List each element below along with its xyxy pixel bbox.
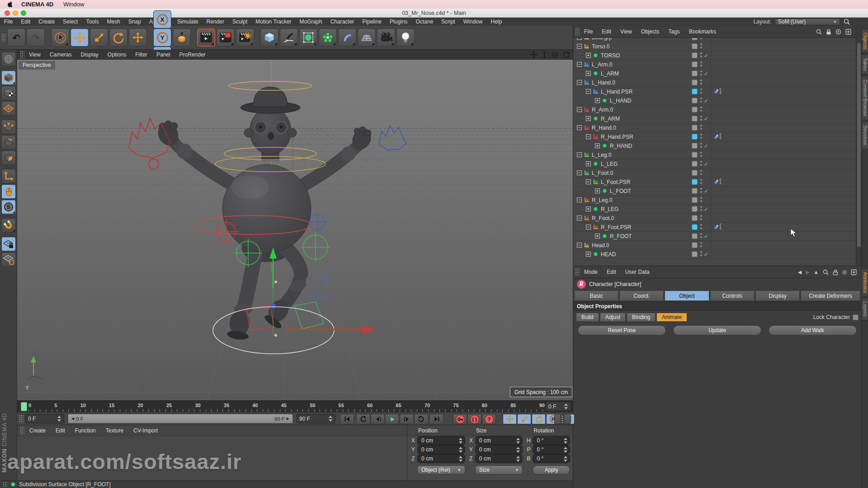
play-forward-button[interactable] xyxy=(414,414,428,424)
rotate-tool[interactable] xyxy=(109,28,127,47)
visibility-dots[interactable] xyxy=(700,224,702,226)
tree-row[interactable]: −0Head.0 xyxy=(573,241,856,250)
tweak-mode-button[interactable] xyxy=(1,184,16,199)
expand-icon[interactable]: + xyxy=(595,188,600,193)
collapse-icon[interactable]: − xyxy=(577,107,582,112)
stepper-icon[interactable] xyxy=(57,416,61,422)
object-name[interactable]: R_LEG xyxy=(601,206,618,212)
viewport-menu-item[interactable]: ProRender xyxy=(175,52,210,58)
character-action-button[interactable]: Add Walk xyxy=(769,325,857,335)
track-mode-icon[interactable]: ◎ xyxy=(842,269,847,275)
attribute-tab[interactable]: Display xyxy=(755,291,800,301)
layer-swatch[interactable] xyxy=(692,52,698,58)
object-name[interactable]: L_ARM xyxy=(601,70,619,77)
bottom-menu-item[interactable]: Create xyxy=(24,427,51,434)
menu-item[interactable]: Simulate xyxy=(173,19,203,25)
menu-item[interactable]: Help xyxy=(486,19,506,25)
coordinate-system-button[interactable] xyxy=(173,28,191,47)
camera-view-label[interactable]: Perspective xyxy=(19,61,55,70)
layer-swatch[interactable] xyxy=(692,152,698,158)
layer-swatch[interactable] xyxy=(692,98,698,103)
end-frame-spinner[interactable]: 90 F xyxy=(297,414,335,423)
tree-row[interactable]: +TORSO✓ xyxy=(573,51,856,60)
collapse-icon[interactable]: − xyxy=(586,179,591,184)
new-panel-icon[interactable] xyxy=(851,269,857,275)
tree-row[interactable]: −0R_Foot.PSRPSR xyxy=(573,223,856,232)
magnet-snap-button[interactable] xyxy=(1,218,16,233)
side-tab[interactable]: Takes xyxy=(862,54,868,75)
enabled-check-icon[interactable]: ✓ xyxy=(704,52,708,59)
layer-swatch[interactable] xyxy=(692,251,698,257)
minimize-window-button[interactable] xyxy=(13,10,18,16)
bottom-menu-item[interactable]: Function xyxy=(70,427,101,434)
object-name[interactable]: L_Foot.0 xyxy=(592,170,613,176)
visibility-dots[interactable] xyxy=(700,80,702,81)
collapse-icon[interactable]: − xyxy=(586,225,591,230)
goto-start-button[interactable] xyxy=(340,414,354,424)
layout-dropdown[interactable]: SoM (User)▼ xyxy=(775,19,840,25)
stepper-icon[interactable] xyxy=(329,416,333,422)
attribute-tab[interactable]: Coord. xyxy=(619,291,664,301)
frame-spinner[interactable]: 0 F xyxy=(546,402,571,411)
layer-swatch[interactable] xyxy=(692,161,698,167)
menu-item[interactable]: Render xyxy=(203,19,228,25)
size-input[interactable]: 0 cm xyxy=(475,454,523,463)
visibility-dots[interactable] xyxy=(700,170,702,172)
tree-row[interactable]: −0Torso.0 xyxy=(573,42,856,51)
viewport-maximize-icon[interactable] xyxy=(563,51,570,58)
stepper-icon[interactable] xyxy=(459,447,463,453)
side-tab[interactable]: Structure xyxy=(862,122,868,149)
psr-tag-icon[interactable]: PSR xyxy=(711,178,856,186)
bottom-menu-item[interactable]: CV-Import xyxy=(128,427,163,434)
object-name[interactable]: L_Arm.0 xyxy=(592,61,612,68)
goto-end-button[interactable] xyxy=(429,414,443,424)
character-mode-button[interactable]: Adjust xyxy=(600,313,626,322)
viewport-menu-item[interactable]: Options xyxy=(103,52,131,58)
layer-swatch[interactable] xyxy=(692,233,698,239)
object-name[interactable]: L_Foot.PSR xyxy=(601,179,630,185)
tree-row[interactable]: −0Bind.grp xyxy=(573,38,856,42)
expand-icon[interactable]: + xyxy=(595,143,600,148)
workplane-mode-button[interactable] xyxy=(1,101,16,116)
undo-button[interactable]: ↶ xyxy=(7,28,25,47)
viewport-menu-item[interactable]: Display xyxy=(76,52,103,58)
mac-menu-window[interactable]: Window xyxy=(63,1,84,8)
zoom-window-button[interactable] xyxy=(21,10,26,16)
tree-row[interactable]: +L_LEG✓ xyxy=(573,160,856,169)
key-scale-toggle[interactable] xyxy=(517,414,531,424)
collapse-icon[interactable]: − xyxy=(577,243,582,248)
viewport-orbit-icon[interactable] xyxy=(551,51,558,58)
camera-button[interactable] xyxy=(377,28,395,47)
object-manager-menu-item[interactable]: Objects xyxy=(637,28,664,35)
tree-row[interactable]: +HEAD✓ xyxy=(573,250,856,259)
tree-row[interactable]: −0L_Hand.0 xyxy=(573,78,856,87)
object-manager-menu-item[interactable]: File xyxy=(580,28,597,35)
menu-item[interactable]: File xyxy=(0,19,17,25)
play-button[interactable] xyxy=(385,414,399,424)
move-tool[interactable] xyxy=(71,28,89,47)
visibility-dots[interactable] xyxy=(700,152,702,154)
enabled-check-icon[interactable]: ✓ xyxy=(704,161,708,167)
position-input[interactable]: 0 cm xyxy=(417,445,465,454)
viewport-menu-item[interactable]: View xyxy=(24,52,45,58)
record-keyframe-button[interactable] xyxy=(453,414,467,424)
visibility-dots[interactable] xyxy=(700,143,702,145)
menu-item[interactable]: Create xyxy=(34,19,59,25)
side-tab[interactable]: Layers xyxy=(862,298,868,320)
layer-swatch[interactable] xyxy=(692,89,698,94)
collapse-icon[interactable]: − xyxy=(577,152,582,157)
menu-item[interactable]: Octane xyxy=(411,19,437,25)
stepper-icon[interactable] xyxy=(516,438,520,444)
object-name[interactable]: R_Foot.PSR xyxy=(601,224,631,230)
object-name[interactable]: R_Hand.PSR xyxy=(601,134,633,140)
visibility-dots[interactable] xyxy=(700,179,702,181)
tree-row[interactable]: −0L_Foot.PSRPSR xyxy=(573,178,856,187)
tree-row[interactable]: −0L_Hand.PSRPSR xyxy=(573,87,856,96)
tree-row[interactable]: +L_FOOT✓ xyxy=(573,187,856,196)
expand-icon[interactable]: + xyxy=(586,161,591,166)
range-left-arrow-icon[interactable]: ◀ xyxy=(71,417,74,421)
enabled-check-icon[interactable]: ✓ xyxy=(704,98,708,104)
playhead[interactable] xyxy=(21,402,27,411)
parent-object-icon[interactable]: ▲ xyxy=(814,269,819,275)
object-name[interactable]: L_HAND xyxy=(610,98,631,104)
